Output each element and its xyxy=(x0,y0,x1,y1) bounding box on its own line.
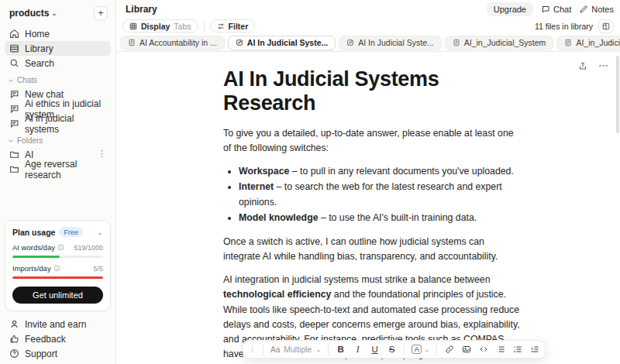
folder-item-label: Age reversal research xyxy=(25,159,106,180)
text-style-dropdown[interactable]: Aa Multiple ⌄ xyxy=(270,345,321,354)
sidebar-item-label: Search xyxy=(25,58,54,69)
chevron-down-icon xyxy=(8,138,14,144)
file-tab[interactable]: AI In Judicial Syste... xyxy=(339,36,441,50)
search-icon xyxy=(9,58,19,68)
chat-button[interactable]: Chat xyxy=(541,5,571,14)
list-item: Model knowledge – to use the AI's built-… xyxy=(239,211,524,226)
drag-handle-icon[interactable]: ⋮ xyxy=(249,345,256,353)
italic-button[interactable]: I xyxy=(353,345,363,354)
imports-progress xyxy=(12,276,103,279)
thumbs-up-icon xyxy=(9,334,19,344)
library-icon xyxy=(9,43,19,53)
board-view-button[interactable] xyxy=(598,19,614,33)
pen-doc-icon xyxy=(346,39,354,46)
kebab-menu-icon[interactable]: ⋮ xyxy=(98,149,106,159)
meter-label: AI words/day xyxy=(12,243,64,252)
sidebar-item-library[interactable]: Library xyxy=(5,41,111,56)
new-item-button[interactable]: + xyxy=(94,6,108,20)
folder-icon xyxy=(9,164,19,174)
paragraph[interactable]: Once a switch is active, I can outline h… xyxy=(223,235,524,264)
sidebar-item-label: Home xyxy=(25,29,50,39)
top-header: Library Upgrade Chat Notes xyxy=(116,0,620,18)
ai-words-progress xyxy=(12,256,103,258)
indent-icon xyxy=(530,345,539,354)
plan-title: Plan usage xyxy=(12,228,55,237)
filter-button[interactable]: Filter xyxy=(210,19,256,33)
person-icon xyxy=(9,319,19,329)
workspace-switcher[interactable]: products ⌄ xyxy=(9,8,57,19)
main-area: Library Upgrade Chat Notes Display Tabs … xyxy=(116,0,620,364)
sidebar-item-search[interactable]: Search xyxy=(5,56,111,70)
support[interactable]: Support xyxy=(5,346,111,361)
notes-button[interactable]: Notes xyxy=(579,5,614,14)
image-button[interactable] xyxy=(461,345,471,354)
meter-label: Imports/day xyxy=(12,264,60,273)
plus-icon: + xyxy=(98,8,103,19)
feedback[interactable]: Feedback xyxy=(5,331,111,346)
plan-badge: Free xyxy=(59,227,83,237)
indent-button[interactable] xyxy=(529,345,539,354)
section-chats[interactable]: Chats xyxy=(5,70,111,87)
numbered-list-icon xyxy=(513,345,522,354)
file-tab[interactable]: AI_in_Judicial_System xyxy=(556,36,620,50)
display-tabs-toggle[interactable]: Display Tabs xyxy=(122,19,198,33)
library-toolbar: Display Tabs Filter 11 files in library xyxy=(116,18,620,34)
scrollbar[interactable] xyxy=(616,56,619,133)
file-tab[interactable]: AI_in_Judicial_System xyxy=(445,36,554,50)
file-tab[interactable]: AI Accountability in ... xyxy=(120,36,225,50)
chevron-down-icon: ⌄ xyxy=(315,346,321,353)
document-area: ⋯ AI In Judicial Systems Research To giv… xyxy=(116,52,620,364)
question-icon xyxy=(9,349,19,359)
invite-and-earn[interactable]: Invite and earn xyxy=(5,317,111,331)
pen-doc-icon xyxy=(236,39,243,46)
text-color-dropdown[interactable]: A ⌄ xyxy=(412,345,429,354)
grid-icon xyxy=(129,22,137,30)
doc-icon xyxy=(453,39,460,46)
workspace-name: products xyxy=(9,8,49,19)
sidebar-item-home[interactable]: Home xyxy=(5,26,111,41)
bullet-list-icon xyxy=(496,345,505,354)
sidebar-folder-age-reversal[interactable]: Age reversal research xyxy=(5,162,111,177)
bullet-list-button[interactable] xyxy=(495,345,505,354)
home-icon xyxy=(9,29,19,39)
chevron-down-icon[interactable]: ⌄ xyxy=(97,228,103,236)
link-icon xyxy=(445,345,454,354)
folder-icon xyxy=(9,149,19,160)
board-view-icon xyxy=(602,22,610,30)
more-options-icon[interactable]: ⋯ xyxy=(598,60,609,71)
page-title: Library xyxy=(126,4,157,15)
chevron-down-icon xyxy=(8,77,14,84)
sidebar-chat-ai-judicial[interactable]: Ai in judicial systems xyxy=(5,116,111,131)
bold-button[interactable]: B xyxy=(336,345,346,354)
image-icon xyxy=(462,345,471,354)
info-icon xyxy=(57,244,64,251)
strikethrough-button[interactable]: S xyxy=(387,345,397,354)
tabs-option[interactable]: Tabs xyxy=(174,22,191,31)
doc-icon xyxy=(564,39,572,46)
list-item: Workspace – to pull in any relevant docu… xyxy=(239,164,524,180)
link-button[interactable] xyxy=(444,345,454,354)
chat-icon xyxy=(9,104,19,114)
chat-icon xyxy=(9,118,19,129)
file-tab-active[interactable]: AI In Judicial Syste... xyxy=(228,36,336,50)
display-option[interactable]: Display xyxy=(141,22,170,31)
bullet-list[interactable]: Workspace – to pull in any relevant docu… xyxy=(239,164,524,226)
pencil-icon xyxy=(579,5,588,14)
get-unlimited-button[interactable]: Get unlimited xyxy=(12,287,103,304)
document-title[interactable]: AI In Judicial Systems Research xyxy=(223,67,524,115)
paragraph[interactable]: To give you a detailed, up-to-date answe… xyxy=(223,126,524,156)
plan-usage-card: Plan usage Free ⌄ AI words/day 519/1000 … xyxy=(5,220,111,311)
file-tabstrip: AI Accountability in ... AI In Judicial … xyxy=(116,34,620,52)
chevron-down-icon: ⌄ xyxy=(51,9,57,17)
code-button[interactable] xyxy=(478,345,488,354)
code-icon xyxy=(479,345,488,354)
chat-icon xyxy=(541,5,550,14)
chat-icon xyxy=(9,89,19,99)
underline-button[interactable]: U xyxy=(370,345,380,354)
upgrade-button[interactable]: Upgrade xyxy=(487,2,533,16)
meter-value: 519/1000 xyxy=(74,244,103,252)
chat-item-label: Ai in judicial systems xyxy=(25,113,106,135)
share-icon[interactable] xyxy=(578,61,587,70)
document-editor[interactable]: AI In Judicial Systems Research To give … xyxy=(223,67,524,364)
numbered-list-button[interactable] xyxy=(512,345,522,354)
